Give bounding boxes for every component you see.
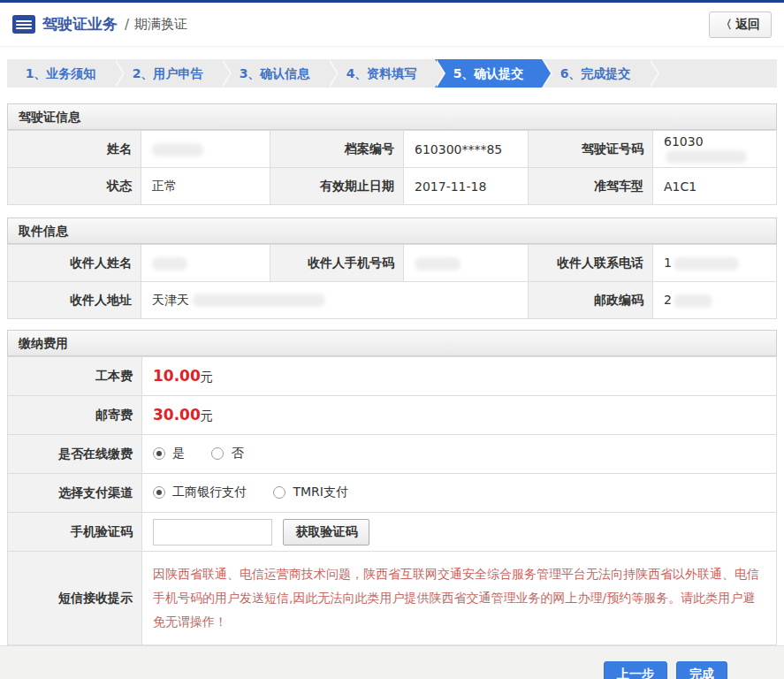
postage-value: 30.00元 <box>142 396 777 435</box>
online-pay-no-option[interactable]: 否 <box>211 446 243 462</box>
name-label: 姓名 <box>8 131 141 168</box>
postage-amount: 30.00 <box>153 406 201 423</box>
step-tab-2[interactable]: 2、用户申告 <box>114 59 221 88</box>
table-row: 手机验证码 获取验证码 <box>8 513 777 552</box>
postal-code-label: 邮政编码 <box>529 282 653 319</box>
channel-icbc-option[interactable]: 工商银行支付 <box>153 484 247 500</box>
status-value: 正常 <box>141 168 270 205</box>
vehicle-class-label: 准驾车型 <box>529 168 653 205</box>
breadcrumb-separator: / <box>125 17 129 33</box>
step-tab-3[interactable]: 3、确认信息 <box>221 59 328 88</box>
file-no-label: 档案编号 <box>270 131 404 168</box>
step-bar-filler <box>649 59 777 88</box>
recipient-phone-value: 1 <box>653 245 777 282</box>
radio-checked-icon <box>153 486 165 499</box>
recipient-address-value: 天津天 <box>141 282 529 319</box>
step-tab-4[interactable]: 4、资料填写 <box>328 59 435 88</box>
license-info-table: 姓名 档案编号 610300****85 驾驶证号码 61030 状态 正常 有… <box>7 130 777 205</box>
previous-step-button[interactable]: 上一步 <box>604 661 667 679</box>
table-row: 邮寄费 30.00元 <box>8 396 777 435</box>
license-no-value: 61030 <box>653 131 777 168</box>
pay-channel-label: 选择支付渠道 <box>8 474 142 513</box>
pickup-info-section-title: 取件信息 <box>7 217 777 244</box>
recipient-name-label: 收件人姓名 <box>8 245 141 282</box>
list-icon <box>12 15 35 34</box>
recipient-name-value <box>141 245 270 282</box>
license-info-section-title: 驾驶证信息 <box>7 103 777 130</box>
online-pay-yes-option[interactable]: 是 <box>153 446 185 462</box>
back-button[interactable]: 〈 返回 <box>709 11 772 38</box>
chevron-left-icon: 〈 <box>720 17 732 33</box>
postage-unit: 元 <box>201 408 213 423</box>
recipient-mobile-value <box>404 245 529 282</box>
recipient-address-label: 收件人地址 <box>8 282 141 319</box>
license-no-label: 驾驶证号码 <box>529 131 653 168</box>
table-row: 收件人姓名 收件人手机号码 收件人联系电话 1 <box>8 245 777 282</box>
name-value <box>141 131 270 168</box>
redacted-value <box>152 257 187 271</box>
online-pay-no-label: 否 <box>231 446 243 462</box>
get-code-button[interactable]: 获取验证码 <box>283 519 369 545</box>
pay-channel-options: 工商银行支付 TMRI支付 <box>142 474 777 513</box>
sms-tip-label: 短信接收提示 <box>8 552 142 645</box>
sms-code-field-cell: 获取验证码 <box>142 513 777 552</box>
table-row: 是否在线缴费 是 否 <box>8 435 777 474</box>
step-tab-1[interactable]: 1、业务须知 <box>7 59 114 88</box>
radio-checked-icon <box>153 447 165 460</box>
channel-icbc-label: 工商银行支付 <box>172 484 247 500</box>
table-row: 收件人地址 天津天 邮政编码 2 <box>8 282 777 319</box>
table-row: 工本费 10.00元 <box>8 357 777 396</box>
expiry-label: 有效期止日期 <box>270 168 404 205</box>
redacted-value <box>674 257 739 271</box>
recipient-phone-label: 收件人联系电话 <box>529 245 653 282</box>
sms-tip-text: 因陕西省联通、电信运营商技术问题，陕西省互联网交通安全综合服务管理平台无法向持陕… <box>153 567 759 629</box>
sms-tip-cell: 因陕西省联通、电信运营商技术问题，陕西省互联网交通安全综合服务管理平台无法向持陕… <box>142 552 777 645</box>
postage-label: 邮寄费 <box>8 396 142 435</box>
file-no-value: 610300****85 <box>404 131 529 168</box>
radio-unchecked-icon <box>273 486 285 499</box>
payment-table: 工本费 10.00元 邮寄费 30.00元 是否在线缴费 是 否 选择支付渠道 … <box>7 356 777 645</box>
vehicle-class-value: A1C1 <box>653 168 777 205</box>
table-row: 状态 正常 有效期止日期 2017-11-18 准驾车型 A1C1 <box>8 168 777 205</box>
redacted-value <box>415 257 461 271</box>
channel-tmri-label: TMRI支付 <box>293 484 348 500</box>
fee-unit: 元 <box>201 370 213 384</box>
postal-code-value: 2 <box>653 282 777 319</box>
online-pay-options: 是 否 <box>142 435 777 474</box>
expiry-value: 2017-11-18 <box>404 168 529 205</box>
payment-section-title: 缴纳费用 <box>7 330 777 356</box>
table-row: 姓名 档案编号 610300****85 驾驶证号码 61030 <box>8 131 777 168</box>
redacted-value <box>152 143 203 156</box>
fee-amount: 10.00 <box>153 367 201 385</box>
fee-label: 工本费 <box>8 357 142 396</box>
redacted-value <box>193 294 325 307</box>
payment-section: 缴纳费用 工本费 10.00元 邮寄费 30.00元 是否在线缴费 是 否 选择… <box>7 330 777 645</box>
pickup-info-table: 收件人姓名 收件人手机号码 收件人联系电话 1 收件人地址 天津天 邮政编码 2 <box>7 244 777 319</box>
step-tab-5-active[interactable]: 5、确认提交 <box>435 59 542 88</box>
fee-value: 10.00元 <box>142 357 777 396</box>
sms-code-input[interactable] <box>153 519 272 545</box>
back-button-label: 返回 <box>735 17 760 33</box>
pickup-info-section: 取件信息 收件人姓名 收件人手机号码 收件人联系电话 1 收件人地址 天津天 邮… <box>7 217 777 319</box>
redacted-value <box>666 150 747 164</box>
page-title: 驾驶证业务 <box>42 14 118 34</box>
online-pay-yes-label: 是 <box>172 446 185 462</box>
table-row: 短信接收提示 因陕西省联通、电信运营商技术问题，陕西省互联网交通安全综合服务管理… <box>8 552 777 645</box>
sms-code-label: 手机验证码 <box>8 513 142 552</box>
footer-bar: 上一步 完成 <box>0 645 784 679</box>
table-row: 选择支付渠道 工商银行支付 TMRI支付 <box>8 474 777 513</box>
online-pay-label: 是否在线缴费 <box>8 435 142 474</box>
page-header: 驾驶证业务 / 期满换证 〈 返回 <box>0 3 784 47</box>
recipient-mobile-label: 收件人手机号码 <box>270 245 404 282</box>
radio-unchecked-icon <box>211 447 224 460</box>
step-wizard: 1、业务须知 2、用户申告 3、确认信息 4、资料填写 5、确认提交 6、完成提… <box>7 59 777 88</box>
channel-tmri-option[interactable]: TMRI支付 <box>273 484 348 500</box>
redacted-value <box>674 294 712 308</box>
finish-button[interactable]: 完成 <box>676 661 727 679</box>
breadcrumb-current: 期满换证 <box>134 16 187 33</box>
status-label: 状态 <box>8 168 141 205</box>
step-tab-6[interactable]: 6、完成提交 <box>542 59 649 88</box>
license-info-section: 驾驶证信息 姓名 档案编号 610300****85 驾驶证号码 61030 状… <box>7 103 777 205</box>
